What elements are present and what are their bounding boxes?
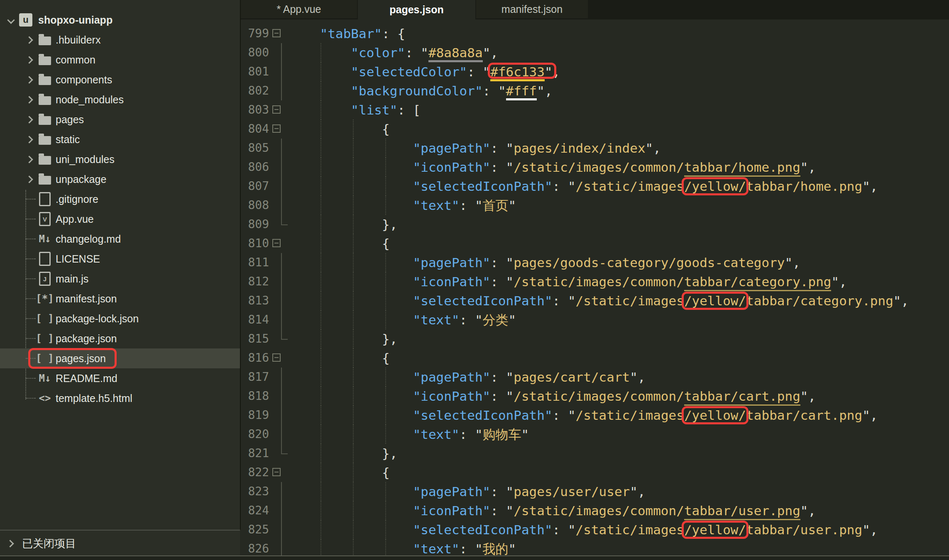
code-line[interactable]: 825 "selectedIconPath": "/static/images/… xyxy=(241,520,949,539)
chevron-down-icon[interactable] xyxy=(7,16,15,24)
fold-collapse-icon[interactable] xyxy=(272,468,281,476)
code-line[interactable]: 804 { xyxy=(241,119,949,139)
code-line[interactable]: 820 "text": "购物车" xyxy=(241,425,949,444)
line-number[interactable]: 823 xyxy=(241,482,269,501)
line-number[interactable]: 825 xyxy=(241,520,269,539)
line-number[interactable]: 822 xyxy=(241,463,269,482)
tree-item-readme-md[interactable]: M↓README.md xyxy=(0,368,240,388)
line-number[interactable]: 814 xyxy=(241,310,269,329)
line-number[interactable]: 806 xyxy=(241,158,269,177)
fold-collapse-icon[interactable] xyxy=(272,353,281,362)
chevron-right-icon[interactable] xyxy=(25,175,33,183)
tree-item-label: changelog.md xyxy=(56,233,121,245)
line-number[interactable]: 813 xyxy=(241,291,269,310)
tree-item-pages[interactable]: pages xyxy=(0,110,240,129)
chevron-right-icon[interactable] xyxy=(25,136,33,143)
code-line[interactable]: 824 "iconPath": "/static/images/common/t… xyxy=(241,501,949,520)
line-number[interactable]: 821 xyxy=(241,444,269,463)
code-line[interactable]: 809 }, xyxy=(241,215,949,234)
code-line[interactable]: 815 }, xyxy=(241,329,949,348)
tree-item-static[interactable]: static xyxy=(0,129,240,149)
closed-projects-bar[interactable]: 已关闭项目 xyxy=(0,530,240,556)
tree-item-node-modules[interactable]: node_modules xyxy=(0,90,240,110)
tree-item-manifest-json[interactable]: [*]manifest.json xyxy=(0,289,240,309)
code-line[interactable]: 821 }, xyxy=(241,444,949,463)
code-line[interactable]: 817 "pagePath": "pages/cart/cart", xyxy=(241,368,949,387)
tree-item-main-js[interactable]: Jmain.js xyxy=(0,269,240,289)
code-line[interactable]: 813 "selectedIconPath": "/static/images/… xyxy=(241,291,949,310)
code-editor[interactable]: 799 "tabBar": {800 "color": "#8a8a8a",80… xyxy=(241,19,949,560)
code-line[interactable]: 811 "pagePath": "pages/goods-category/go… xyxy=(241,253,949,272)
tab-manifest-json[interactable]: manifest.json xyxy=(476,0,588,18)
code-line[interactable]: 803 "list": [ xyxy=(241,100,949,119)
line-number[interactable]: 804 xyxy=(241,119,269,139)
line-number[interactable]: 818 xyxy=(241,387,269,406)
chevron-right-icon[interactable] xyxy=(25,96,33,103)
tree-item-package-lock-json[interactable]: [ ]package-lock.json xyxy=(0,309,240,329)
code-line[interactable]: 808 "text": "首页" xyxy=(241,196,949,215)
line-number[interactable]: 803 xyxy=(241,100,269,119)
fold-collapse-icon[interactable] xyxy=(272,239,281,247)
tree-item-template-h5-html[interactable]: <>template.h5.html xyxy=(0,388,240,408)
fold-scope-line xyxy=(281,253,282,272)
code-line[interactable]: 806 "iconPath": "/static/images/common/t… xyxy=(241,158,949,177)
line-number[interactable]: 800 xyxy=(241,43,269,62)
code-line[interactable]: 819 "selectedIconPath": "/static/images/… xyxy=(241,406,949,425)
tree-item-project-shopxo-uniapp[interactable]: ushopxo-uniapp xyxy=(0,10,240,30)
tab-pages-json[interactable]: pages.json xyxy=(358,0,475,19)
line-number[interactable]: 802 xyxy=(241,81,269,100)
line-number[interactable]: 816 xyxy=(241,348,269,368)
code-line[interactable]: 818 "iconPath": "/static/images/common/t… xyxy=(241,387,949,406)
tree-item-package-json[interactable]: [ ]package.json xyxy=(0,329,240,348)
code-line[interactable]: 805 "pagePath": "pages/index/index", xyxy=(241,139,949,158)
code-line[interactable]: 802 "backgroundColor": "#fff", xyxy=(241,81,949,100)
code-text: "iconPath": "/static/images/common/tabba… xyxy=(289,272,847,291)
code-line[interactable]: 814 "text": "分类" xyxy=(241,310,949,329)
tree-item-pages-json[interactable]: [ ]pages.json xyxy=(0,348,240,368)
line-number[interactable]: 809 xyxy=(241,215,269,234)
tree-item-changelog-md[interactable]: M↓changelog.md xyxy=(0,229,240,249)
line-number[interactable]: 799 xyxy=(241,24,269,43)
line-number[interactable]: 805 xyxy=(241,139,269,158)
line-number[interactable]: 801 xyxy=(241,62,269,81)
chevron-right-icon[interactable] xyxy=(25,76,33,83)
tree-item-uni-modules[interactable]: uni_modules xyxy=(0,149,240,169)
chevron-right-icon[interactable] xyxy=(25,116,33,123)
fold-collapse-icon[interactable] xyxy=(272,105,281,114)
fold-collapse-icon[interactable] xyxy=(272,29,281,37)
chevron-right-icon[interactable] xyxy=(25,56,33,63)
line-number[interactable]: 815 xyxy=(241,329,269,348)
code-line[interactable]: 810 { xyxy=(241,234,949,253)
tree-item-unpackage[interactable]: unpackage xyxy=(0,169,240,189)
tree-item-app-vue[interactable]: VApp.vue xyxy=(0,209,240,229)
tree-item-components[interactable]: components xyxy=(0,70,240,90)
code-line[interactable]: 823 "pagePath": "pages/user/user", xyxy=(241,482,949,501)
line-number[interactable]: 820 xyxy=(241,425,269,444)
line-number[interactable]: 810 xyxy=(241,234,269,253)
fold-collapse-icon[interactable] xyxy=(272,124,281,133)
code-line[interactable]: 800 "color": "#8a8a8a", xyxy=(241,43,949,62)
tree-item-license[interactable]: LICENSE xyxy=(0,249,240,269)
tree-item-common[interactable]: common xyxy=(0,50,240,70)
fold-scope-line xyxy=(281,81,282,100)
line-number[interactable]: 812 xyxy=(241,272,269,291)
line-number[interactable]: 807 xyxy=(241,177,269,196)
chevron-right-icon[interactable] xyxy=(25,156,33,163)
tab-app-vue[interactable]: * App.vue xyxy=(241,0,357,18)
code-line[interactable]: 822 { xyxy=(241,463,949,482)
tree-item-hbuilderx[interactable]: .hbuilderx xyxy=(0,30,240,50)
line-number[interactable]: 819 xyxy=(241,406,269,425)
code-line[interactable]: 816 { xyxy=(241,348,949,368)
line-number[interactable]: 824 xyxy=(241,501,269,520)
code-text: "selectedIconPath": "/static/images/yell… xyxy=(289,520,878,539)
code-line[interactable]: 801 "selectedColor": "#f6c133", xyxy=(241,62,949,81)
code-line[interactable]: 799 "tabBar": { xyxy=(241,24,949,43)
line-number[interactable]: 817 xyxy=(241,368,269,387)
tree-item-gitignore[interactable]: .gitignore xyxy=(0,189,240,209)
code-line[interactable]: 812 "iconPath": "/static/images/common/t… xyxy=(241,272,949,291)
code-line[interactable]: 807 "selectedIconPath": "/static/images/… xyxy=(241,177,949,196)
line-number[interactable]: 811 xyxy=(241,253,269,272)
chevron-right-icon[interactable] xyxy=(25,36,33,44)
line-number[interactable]: 808 xyxy=(241,196,269,215)
tree-item-label: package.json xyxy=(56,333,117,345)
